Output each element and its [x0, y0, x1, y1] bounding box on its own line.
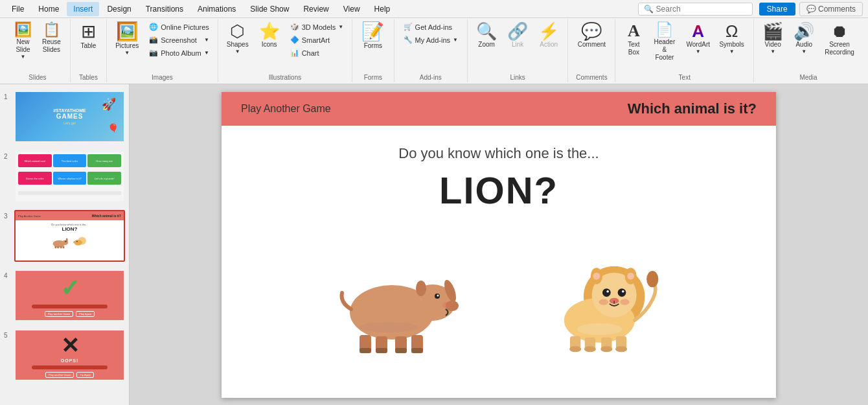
menu-slideshow[interactable]: Slide Show [244, 2, 295, 16]
slide-number-3: 3 [4, 210, 10, 220]
ribbon-group-addins: 🛒 Get Add-ins 🔧 My Add-ins ▼ Add-ins [394, 19, 468, 82]
text-box-button[interactable]: A TextBox [621, 21, 646, 58]
svg-rect-27 [411, 348, 423, 353]
slide-big-text: LION? [439, 168, 558, 212]
header-footer-button[interactable]: 📄 Header& Footer [648, 21, 681, 64]
slide-header: Play Another Game Which animal is it? [222, 92, 776, 126]
slide-thumb-1[interactable]: 1 #STAYATHOME GAMES Let's go! 🚀 🎈 [3, 89, 126, 144]
search-input[interactable] [656, 5, 747, 14]
svg-rect-24 [360, 348, 371, 353]
shapes-button[interactable]: ⬡ Shapes ▼ [222, 21, 253, 56]
comment-ribbon-icon: 💬 [581, 23, 602, 40]
menu-animations[interactable]: Animations [191, 2, 242, 16]
links-group-label: Links [510, 73, 525, 81]
new-slide-button[interactable]: 🖼️ NewSlide ▼ [10, 21, 36, 62]
chart-icon: 📊 [290, 49, 299, 57]
link-icon: 🔗 [507, 23, 528, 40]
video-button[interactable]: 🎬 Video ▼ [758, 21, 788, 56]
animals-row [330, 244, 667, 361]
menu-insert[interactable]: Insert [67, 2, 99, 16]
chart-button[interactable]: 📊 Chart [286, 47, 348, 59]
slide-image-3[interactable]: Play Another Game Which animal is it? Do… [14, 210, 125, 262]
menu-help[interactable]: Help [368, 2, 397, 16]
photo-album-button[interactable]: 📷 Photo Album ▼ [144, 47, 214, 59]
slide-thumb-2[interactable]: 2 Which animal card The best color How m… [3, 149, 126, 203]
photo-album-chevron: ▼ [204, 50, 209, 56]
slide-number-5: 5 [4, 329, 10, 339]
svg-point-44 [620, 299, 630, 305]
slide-header-right: Which animal is it? [628, 100, 757, 117]
icons-button[interactable]: ⭐ Icons [255, 21, 284, 51]
reuse-slides-button[interactable]: 📋 ReuseSlides [38, 21, 65, 56]
my-addins-chevron: ▼ [453, 37, 458, 43]
slide-thumb-5[interactable]: 5 ✕ OOPS! Play another Game Try Again [3, 328, 126, 382]
menu-file[interactable]: File [5, 2, 30, 16]
symbols-button[interactable]: Ω Symbols ▼ [715, 21, 748, 56]
menu-home[interactable]: Home [32, 2, 65, 16]
svg-point-51 [600, 346, 612, 352]
3d-models-button[interactable]: 🎲 3D Models ▼ [286, 21, 348, 33]
audio-chevron: ▼ [801, 49, 806, 54]
slide-image-1[interactable]: #STAYATHOME GAMES Let's go! 🚀 🎈 [14, 91, 125, 143]
svg-point-50 [584, 346, 596, 352]
get-addins-button[interactable]: 🛒 Get Add-ins [399, 21, 463, 33]
slide-image-5[interactable]: ✕ OOPS! Play another Game Try Again [14, 329, 125, 381]
slide-thumb-3[interactable]: 3 Play Another Game Which animal is it? … [3, 209, 126, 263]
slide-number-1: 1 [4, 91, 10, 100]
ribbon-group-media: 🎬 Video ▼ 🔊 Audio ▼ ⏺ ScreenRecording Me… [754, 19, 863, 82]
svg-point-39 [618, 288, 626, 297]
pictures-button[interactable]: 🖼️ Pictures ▼ [111, 21, 143, 58]
smartart-button[interactable]: 🔷 SmartArt [286, 34, 348, 46]
svg-point-52 [615, 346, 627, 352]
screenshot-icon: 📸 [149, 36, 158, 44]
screen-recording-button[interactable]: ⏺ ScreenRecording [820, 21, 859, 58]
audio-button[interactable]: 🔊 Audio ▼ [789, 21, 819, 56]
slide-image-4[interactable]: ✓ Play another Game Play Again [14, 270, 125, 321]
3d-chevron: ▼ [338, 24, 343, 30]
my-addins-button[interactable]: 🔧 My Add-ins ▼ [399, 34, 463, 46]
action-button: ⚡ Action [534, 21, 564, 51]
ribbon-group-slides: 🖼️ NewSlide ▼ 📋 ReuseSlides Slides [5, 19, 71, 82]
svg-point-37 [602, 288, 611, 297]
menu-transitions[interactable]: Transitions [139, 2, 190, 16]
menu-review[interactable]: Review [297, 2, 335, 16]
search-box[interactable]: 🔍 [638, 3, 753, 16]
svg-point-53 [646, 270, 658, 286]
comments-button[interactable]: 💬 Comments [799, 2, 863, 16]
svg-point-54 [577, 323, 622, 334]
slide-image-2[interactable]: Which animal card The best color How man… [14, 150, 125, 202]
header-footer-icon: 📄 [656, 23, 673, 37]
ribbon-group-tables: ⊞ Table Tables [71, 19, 107, 82]
screenshot-button[interactable]: 📸 Screenshot ▼ [144, 34, 214, 46]
table-button[interactable]: ⊞ Table [75, 21, 101, 52]
photo-album-icon: 📷 [149, 49, 158, 57]
illustrations-group-label: Illustrations [269, 73, 302, 81]
svg-point-28 [360, 322, 418, 332]
share-button[interactable]: Share [759, 3, 795, 16]
svg-point-15 [416, 281, 426, 296]
rhino-figure [330, 244, 460, 361]
lion-figure [538, 244, 667, 361]
my-addins-icon: 🔧 [404, 36, 413, 44]
menu-view[interactable]: View [337, 2, 367, 16]
wordart-chevron: ▼ [696, 49, 701, 54]
addins-group-label: Add-ins [420, 73, 442, 81]
wordart-button[interactable]: A WordArt ▼ [682, 21, 714, 56]
menu-design[interactable]: Design [100, 2, 137, 16]
svg-point-38 [606, 290, 609, 292]
zoom-button[interactable]: 🔍 Zoom [472, 21, 501, 51]
video-icon: 🎬 [762, 23, 783, 40]
tables-group-label: Tables [79, 73, 98, 81]
new-slide-icon: 🖼️ [14, 23, 32, 37]
online-pictures-button[interactable]: 🌐 Online Pictures [144, 21, 214, 33]
svg-point-40 [622, 290, 624, 292]
media-group-label: Media [799, 73, 817, 81]
canvas-area: Play Another Game Which animal is it? Do… [130, 84, 868, 405]
slide-thumb-4[interactable]: 4 ✓ Play another Game Play Again [3, 268, 126, 323]
wordart-icon: A [692, 23, 704, 40]
slide-canvas[interactable]: Play Another Game Which animal is it? Do… [222, 92, 776, 398]
forms-button[interactable]: 📝 Forms [357, 21, 389, 52]
pictures-icon: 🖼️ [116, 23, 139, 41]
ribbon-group-links: 🔍 Zoom 🔗 Link ⚡ Action Links [468, 19, 569, 82]
comment-button[interactable]: 💬 Comment [573, 21, 610, 51]
